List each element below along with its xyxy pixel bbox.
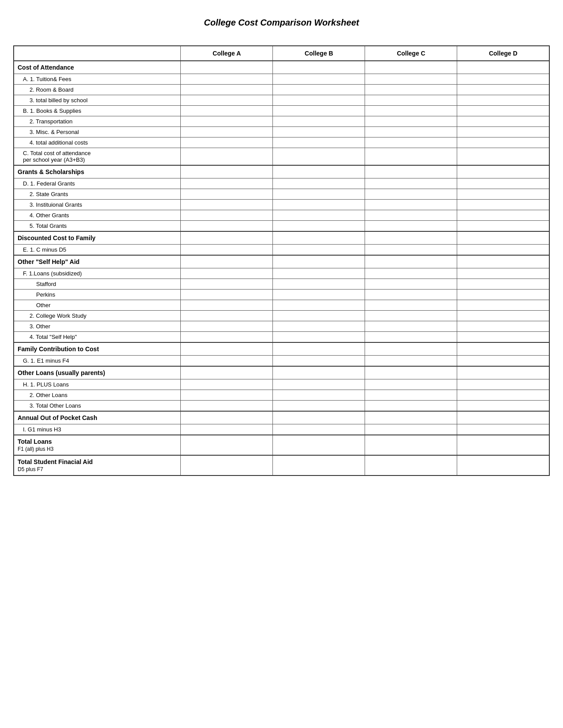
data-cell[interactable] — [457, 342, 549, 356]
data-cell[interactable] — [365, 300, 457, 311]
data-cell[interactable] — [457, 435, 549, 455]
data-cell[interactable] — [365, 189, 457, 200]
data-cell[interactable] — [181, 106, 273, 116]
data-cell[interactable] — [273, 106, 365, 116]
data-cell[interactable] — [181, 342, 273, 356]
data-cell[interactable] — [273, 189, 365, 200]
data-cell[interactable] — [457, 300, 549, 311]
data-cell[interactable] — [365, 411, 457, 424]
data-cell[interactable] — [273, 332, 365, 343]
data-cell[interactable] — [181, 379, 273, 390]
data-cell[interactable] — [365, 74, 457, 85]
data-cell[interactable] — [365, 279, 457, 290]
data-cell[interactable] — [457, 321, 549, 332]
data-cell[interactable] — [181, 366, 273, 379]
data-cell[interactable] — [181, 279, 273, 290]
data-cell[interactable] — [273, 390, 365, 401]
data-cell[interactable] — [457, 85, 549, 95]
data-cell[interactable] — [273, 127, 365, 137]
data-cell[interactable] — [457, 200, 549, 210]
data-cell[interactable] — [273, 148, 365, 166]
data-cell[interactable] — [181, 268, 273, 279]
data-cell[interactable] — [457, 210, 549, 221]
data-cell[interactable] — [273, 366, 365, 379]
data-cell[interactable] — [273, 85, 365, 95]
data-cell[interactable] — [273, 200, 365, 210]
data-cell[interactable] — [181, 290, 273, 300]
data-cell[interactable] — [457, 74, 549, 85]
data-cell[interactable] — [365, 61, 457, 74]
data-cell[interactable] — [457, 455, 549, 475]
data-cell[interactable] — [365, 435, 457, 455]
data-cell[interactable] — [181, 210, 273, 221]
data-cell[interactable] — [273, 165, 365, 178]
data-cell[interactable] — [181, 221, 273, 232]
data-cell[interactable] — [273, 435, 365, 455]
data-cell[interactable] — [365, 200, 457, 210]
data-cell[interactable] — [273, 116, 365, 127]
data-cell[interactable] — [365, 379, 457, 390]
data-cell[interactable] — [181, 200, 273, 210]
data-cell[interactable] — [365, 311, 457, 321]
data-cell[interactable] — [181, 401, 273, 412]
data-cell[interactable] — [181, 411, 273, 424]
data-cell[interactable] — [181, 148, 273, 166]
data-cell[interactable] — [181, 321, 273, 332]
data-cell[interactable] — [273, 245, 365, 256]
data-cell[interactable] — [457, 245, 549, 256]
data-cell[interactable] — [365, 401, 457, 412]
data-cell[interactable] — [273, 300, 365, 311]
data-cell[interactable] — [273, 356, 365, 367]
data-cell[interactable] — [181, 74, 273, 85]
data-cell[interactable] — [365, 356, 457, 367]
data-cell[interactable] — [457, 411, 549, 424]
data-cell[interactable] — [273, 61, 365, 74]
data-cell[interactable] — [181, 424, 273, 435]
data-cell[interactable] — [365, 424, 457, 435]
data-cell[interactable] — [457, 221, 549, 232]
data-cell[interactable] — [181, 435, 273, 455]
data-cell[interactable] — [181, 231, 273, 245]
data-cell[interactable] — [457, 401, 549, 412]
data-cell[interactable] — [181, 455, 273, 475]
data-cell[interactable] — [181, 189, 273, 200]
data-cell[interactable] — [365, 127, 457, 137]
data-cell[interactable] — [365, 148, 457, 166]
data-cell[interactable] — [181, 390, 273, 401]
data-cell[interactable] — [181, 127, 273, 137]
data-cell[interactable] — [457, 332, 549, 343]
data-cell[interactable] — [457, 356, 549, 367]
data-cell[interactable] — [273, 401, 365, 412]
data-cell[interactable] — [273, 321, 365, 332]
data-cell[interactable] — [181, 116, 273, 127]
data-cell[interactable] — [457, 95, 549, 106]
data-cell[interactable] — [457, 189, 549, 200]
data-cell[interactable] — [457, 61, 549, 74]
data-cell[interactable] — [365, 137, 457, 148]
data-cell[interactable] — [457, 379, 549, 390]
data-cell[interactable] — [457, 178, 549, 189]
data-cell[interactable] — [457, 279, 549, 290]
data-cell[interactable] — [273, 455, 365, 475]
data-cell[interactable] — [181, 178, 273, 189]
data-cell[interactable] — [273, 74, 365, 85]
data-cell[interactable] — [365, 221, 457, 232]
data-cell[interactable] — [181, 300, 273, 311]
data-cell[interactable] — [273, 411, 365, 424]
data-cell[interactable] — [181, 165, 273, 178]
data-cell[interactable] — [365, 116, 457, 127]
data-cell[interactable] — [365, 321, 457, 332]
data-cell[interactable] — [365, 178, 457, 189]
data-cell[interactable] — [365, 95, 457, 106]
data-cell[interactable] — [457, 366, 549, 379]
data-cell[interactable] — [457, 106, 549, 116]
data-cell[interactable] — [273, 268, 365, 279]
data-cell[interactable] — [181, 356, 273, 367]
data-cell[interactable] — [365, 85, 457, 95]
data-cell[interactable] — [273, 279, 365, 290]
data-cell[interactable] — [365, 268, 457, 279]
data-cell[interactable] — [181, 61, 273, 74]
data-cell[interactable] — [181, 85, 273, 95]
data-cell[interactable] — [457, 390, 549, 401]
data-cell[interactable] — [457, 311, 549, 321]
